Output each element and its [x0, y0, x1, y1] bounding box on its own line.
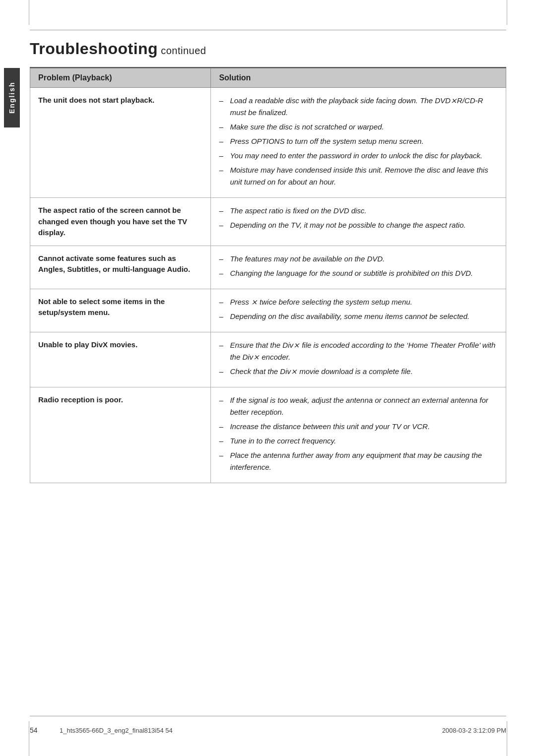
top-border	[30, 30, 506, 30]
solution-item: –Increase the distance between this unit…	[219, 421, 498, 433]
solution-dash: –	[219, 135, 228, 147]
solution-dash: –	[219, 449, 228, 461]
solution-dash: –	[219, 121, 228, 133]
solution-dash: –	[219, 95, 228, 107]
solution-dash: –	[219, 421, 228, 433]
reg-mark-bottom-left	[29, 721, 29, 756]
solution-dash: –	[219, 164, 228, 176]
page-number: 54	[30, 726, 38, 734]
language-label: English	[8, 82, 16, 114]
problem-cell-3: Not able to select some items in the set…	[30, 289, 211, 332]
table-wrapper: English Problem (Playback) Solution The …	[30, 68, 506, 483]
problem-cell-0: The unit does not start playback.	[30, 88, 211, 198]
solution-item: –Load a readable disc with the playback …	[219, 95, 498, 119]
solution-item: –If the signal is too weak, adjust the a…	[219, 394, 498, 418]
col-header-problem: Problem (Playback)	[30, 68, 211, 88]
bottom-border	[30, 716, 506, 716]
solution-cell-5: –If the signal is too weak, adjust the a…	[211, 387, 506, 483]
solution-cell-4: –Ensure that the Div⨯ file is encoded ac…	[211, 332, 506, 387]
solution-dash: –	[219, 296, 228, 308]
solution-item: –Tune in to the correct frequency.	[219, 435, 498, 447]
content-area: Troubleshooting continued English Proble…	[30, 35, 506, 711]
solution-item: –Make sure the disc is not scratched or …	[219, 121, 498, 133]
solution-cell-3: –Press ⨯ twice before selecting the syst…	[211, 289, 506, 332]
solution-item: –Press ⨯ twice before selecting the syst…	[219, 296, 498, 308]
solution-dash: –	[219, 366, 228, 378]
table-row: The aspect ratio of the screen cannot be…	[30, 198, 506, 246]
solution-dash: –	[219, 253, 228, 265]
solution-dash: –	[219, 205, 228, 217]
problem-cell-4: Unable to play DivX movies.	[30, 332, 211, 387]
table-header-row: Problem (Playback) Solution	[30, 68, 506, 88]
solution-item: –Ensure that the Div⨯ file is encoded ac…	[219, 339, 498, 363]
solution-dash: –	[219, 435, 228, 447]
reg-mark-top-left	[29, 0, 29, 25]
solution-text: Moisture may have condensed inside this …	[230, 164, 498, 188]
page-title: Troubleshooting continued	[30, 35, 506, 58]
solution-text: Depending on the disc availability, some…	[230, 311, 469, 322]
problem-cell-2: Cannot activate some features such as An…	[30, 246, 211, 289]
table-row: Unable to play DivX movies.–Ensure that …	[30, 332, 506, 387]
solution-dash: –	[219, 150, 228, 162]
page-number-value: 54	[30, 726, 38, 734]
solution-cell-0: –Load a readable disc with the playback …	[211, 88, 506, 198]
table-row: Radio reception is poor.–If the signal i…	[30, 387, 506, 483]
solution-text: Make sure the disc is not scratched or w…	[230, 121, 384, 133]
solution-text: Tune in to the correct frequency.	[230, 435, 336, 447]
solution-dash: –	[219, 311, 228, 322]
solution-text: The features may not be available on the…	[230, 253, 385, 265]
solution-cell-1: –The aspect ratio is fixed on the DVD di…	[211, 198, 506, 246]
solution-dash: –	[219, 219, 228, 231]
solution-text: Place the antenna further away from any …	[230, 449, 498, 473]
solution-item: –Moisture may have condensed inside this…	[219, 164, 498, 188]
solution-item: –The features may not be available on th…	[219, 253, 498, 265]
solution-text: Changing the language for the sound or s…	[230, 267, 472, 279]
solution-text: You may need to enter the password in or…	[230, 150, 482, 162]
solution-item: –Check that the Div⨯ movie download is a…	[219, 366, 498, 378]
problem-cell-5: Radio reception is poor.	[30, 387, 211, 483]
solution-text: Load a readable disc with the playback s…	[230, 95, 498, 119]
page: Troubleshooting continued English Proble…	[0, 0, 536, 756]
table-row: Cannot activate some features such as An…	[30, 246, 506, 289]
table-row: The unit does not start playback.–Load a…	[30, 88, 506, 198]
footer-right-text: 2008-03-2 3:12:09 PM	[442, 727, 506, 734]
solution-text: Ensure that the Div⨯ file is encoded acc…	[230, 339, 498, 363]
solution-item: –Depending on the TV, it may not be poss…	[219, 219, 498, 231]
table-row: Not able to select some items in the set…	[30, 289, 506, 332]
col-header-solution: Solution	[211, 68, 506, 88]
solution-dash: –	[219, 339, 228, 351]
solution-text: Press ⨯ twice before selecting the syste…	[230, 296, 412, 308]
title-suffix: continued	[158, 45, 206, 56]
solution-dash: –	[219, 267, 228, 279]
problem-cell-1: The aspect ratio of the screen cannot be…	[30, 198, 211, 246]
language-tab: English	[4, 68, 20, 127]
solution-item: –Changing the language for the sound or …	[219, 267, 498, 279]
footer-left-text: 1_hts3565-66D_3_eng2_final813i54 54	[60, 727, 173, 734]
title-text: Troubleshooting	[30, 40, 158, 58]
solution-text: Press OPTIONS to turn off the system set…	[230, 135, 423, 147]
solution-item: –Press OPTIONS to turn off the system se…	[219, 135, 498, 147]
solution-text: Depending on the TV, it may not be possi…	[230, 219, 466, 231]
solution-dash: –	[219, 394, 228, 406]
solution-text: The aspect ratio is fixed on the DVD dis…	[230, 205, 366, 217]
solution-item: –Place the antenna further away from any…	[219, 449, 498, 473]
reg-mark-top-right	[507, 0, 507, 25]
troubleshooting-table: Problem (Playback) Solution The unit doe…	[30, 68, 506, 483]
reg-mark-bottom-right	[507, 721, 507, 756]
solution-item: –The aspect ratio is fixed on the DVD di…	[219, 205, 498, 217]
solution-text: Increase the distance between this unit …	[230, 421, 430, 433]
solution-text: Check that the Div⨯ movie download is a …	[230, 366, 412, 378]
solution-item: –You may need to enter the password in o…	[219, 150, 498, 162]
footer-left: 1_hts3565-66D_3_eng2_final813i54 54	[60, 727, 173, 734]
footer-right: 2008-03-2 3:12:09 PM	[442, 727, 506, 734]
solution-text: If the signal is too weak, adjust the an…	[230, 394, 498, 418]
solution-item: –Depending on the disc availability, som…	[219, 311, 498, 322]
solution-cell-2: –The features may not be available on th…	[211, 246, 506, 289]
